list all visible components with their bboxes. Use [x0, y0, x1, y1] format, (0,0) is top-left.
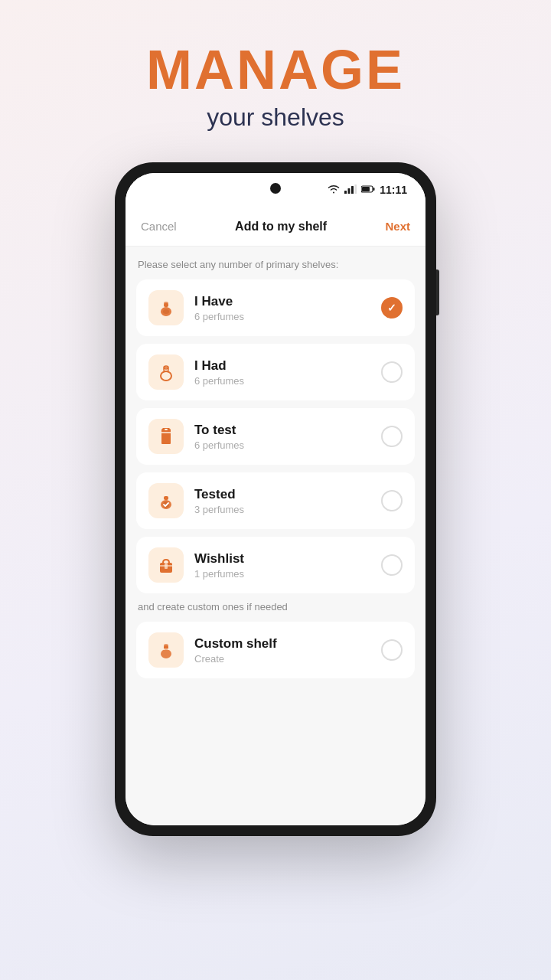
shelf-info-to-test: To test 6 perfumes	[194, 423, 381, 451]
wifi-icon	[328, 183, 340, 197]
status-time: 11:11	[380, 184, 407, 196]
page-header: MANAGE your shelves	[146, 42, 405, 132]
shelf-icon-custom	[148, 632, 184, 668]
svg-rect-1	[348, 188, 350, 194]
shelf-checkbox-tested[interactable]	[381, 490, 403, 511]
shelf-icon-wishlist	[148, 547, 184, 583]
top-nav: Cancel Add to my shelf Next	[126, 207, 425, 247]
shelf-name-to-test: To test	[194, 423, 381, 438]
svg-rect-15	[164, 496, 168, 500]
shelf-count-to-test: 6 perfumes	[194, 439, 381, 451]
primary-section-label: Please select any number of primary shel…	[136, 259, 415, 270]
phone-frame: 11:11 Cancel Add to my shelf Next Please…	[115, 162, 436, 836]
shelf-item-tested[interactable]: Tested 3 perfumes	[136, 472, 415, 529]
shelf-checkbox-i-had[interactable]	[381, 361, 403, 383]
shelf-checkbox-i-have[interactable]	[381, 297, 403, 318]
shelf-icon-tested	[148, 483, 184, 518]
shelf-info-i-have: I Have 6 perfumes	[194, 294, 381, 322]
shelf-sub-custom: Create	[194, 653, 381, 665]
phone-screen: 11:11 Cancel Add to my shelf Next Please…	[126, 173, 425, 825]
svg-point-10	[163, 309, 169, 314]
status-icons: 11:11	[328, 183, 407, 197]
shelf-name-wishlist: Wishlist	[194, 551, 381, 567]
shelf-checkbox-custom[interactable]	[381, 639, 403, 661]
shelf-checkbox-wishlist[interactable]	[381, 554, 403, 576]
shelf-name-tested: Tested	[194, 487, 381, 502]
svg-point-11	[161, 371, 171, 381]
svg-rect-3	[355, 185, 357, 194]
svg-point-19	[161, 649, 171, 658]
camera-notch	[270, 183, 281, 194]
shelf-info-custom: Custom shelf Create	[194, 636, 381, 665]
header-subtitle: your shelves	[146, 103, 405, 132]
shelf-item-to-test[interactable]: To test 6 perfumes	[136, 408, 415, 465]
shelf-info-tested: Tested 3 perfumes	[194, 487, 381, 515]
shelf-checkbox-to-test[interactable]	[381, 426, 403, 447]
shelf-name-custom: Custom shelf	[194, 636, 381, 652]
cancel-button[interactable]: Cancel	[141, 220, 177, 233]
svg-point-9	[164, 302, 168, 305]
shelf-count-wishlist: 1 perfumes	[194, 568, 381, 580]
shelf-name-i-have: I Have	[194, 294, 381, 309]
battery-icon	[361, 183, 375, 197]
header-title: MANAGE	[146, 42, 405, 97]
shelf-item-wishlist[interactable]: Wishlist 1 perfumes	[136, 537, 415, 593]
shelf-icon-to-test	[148, 419, 184, 454]
signal-icon	[344, 183, 357, 197]
shelf-item-custom[interactable]: Custom shelf Create	[136, 622, 415, 678]
nav-title: Add to my shelf	[235, 220, 327, 234]
shelf-count-tested: 3 perfumes	[194, 504, 381, 515]
shelf-icon-i-had	[148, 354, 184, 390]
svg-rect-6	[373, 188, 375, 191]
content-area: Please select any number of primary shel…	[126, 247, 425, 825]
shelf-item-i-had[interactable]: I Had 6 perfumes	[136, 344, 415, 400]
svg-rect-2	[351, 186, 354, 194]
shelf-count-i-had: 6 perfumes	[194, 375, 381, 387]
shelf-count-i-have: 6 perfumes	[194, 311, 381, 322]
shelf-icon-i-have	[148, 290, 184, 325]
shelf-info-wishlist: Wishlist 1 perfumes	[194, 551, 381, 580]
svg-rect-5	[362, 187, 370, 191]
shelf-name-i-had: I Had	[194, 358, 381, 374]
shelf-item-i-have[interactable]: I Have 6 perfumes	[136, 279, 415, 336]
secondary-section-label: and create custom ones if needed	[138, 601, 415, 612]
svg-rect-0	[344, 191, 347, 194]
shelf-info-i-had: I Had 6 perfumes	[194, 358, 381, 387]
svg-point-21	[164, 644, 168, 647]
next-button[interactable]: Next	[385, 220, 410, 233]
